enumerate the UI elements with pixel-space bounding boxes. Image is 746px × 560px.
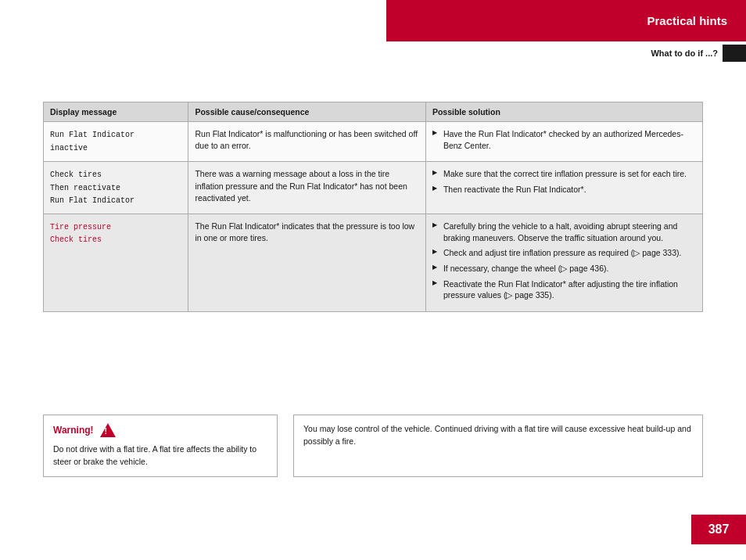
list-item: Have the Run Flat Indicator* checked by …	[432, 128, 696, 151]
list-item: Check and adjust tire inflation pressure…	[432, 247, 696, 259]
warning-title-text: Warning!	[53, 425, 94, 436]
col-header-solution: Possible solution	[425, 102, 702, 122]
list-item: Make sure that the correct tire inflatio…	[432, 168, 696, 180]
section-title: Practical hints	[386, 0, 746, 41]
col-header-display: Display message	[44, 102, 188, 122]
warning-title: Warning!	[53, 423, 267, 437]
info-table: Display message Possible cause/consequen…	[43, 102, 703, 312]
table-row-display: Tire pressure Check tires	[44, 214, 188, 311]
table-row-cause: The Run Flat Indicator* indicates that t…	[188, 214, 425, 311]
list-item: Then reactivate the Run Flat Indicator*.	[432, 184, 696, 196]
list-item: Reactivate the Run Flat Indicator* after…	[432, 278, 696, 301]
list-item: If necessary, change the wheel (▷ page 4…	[432, 263, 696, 275]
warning-triangle-icon	[100, 423, 116, 437]
warning-box-left: Warning! Do not drive with a flat tire. …	[43, 415, 278, 477]
main-content: Display message Possible cause/consequen…	[43, 102, 703, 312]
what-to-do-label: What to do if ...?	[651, 48, 718, 58]
table-row-display: Check tires Then reactivate Run Flat Ind…	[44, 162, 188, 214]
page-number: 387	[691, 515, 746, 544]
warning-section: Warning! Do not drive with a flat tire. …	[43, 415, 703, 477]
table-row-solution: Carefully bring the vehicle to a halt, a…	[425, 214, 702, 311]
warning-right-text: You may lose control of the vehicle. Con…	[293, 415, 703, 477]
practical-hints-label: Practical hints	[647, 14, 727, 27]
warning-body-text: Do not drive with a flat tire. A flat ti…	[53, 443, 267, 468]
black-accent-box	[723, 45, 746, 62]
table-row-solution: Have the Run Flat Indicator* checked by …	[425, 122, 702, 162]
table-row-display: Run Flat Indicator inactive	[44, 122, 188, 162]
table-row-cause: There was a warning message about a loss…	[188, 162, 425, 214]
col-header-cause: Possible cause/consequence	[188, 102, 425, 122]
page-number-text: 387	[708, 522, 730, 536]
list-item: Carefully bring the vehicle to a halt, a…	[432, 221, 696, 243]
table-row-solution: Make sure that the correct tire inflatio…	[425, 162, 702, 214]
table-row-cause: Run Flat Indicator* is malfunctioning or…	[188, 122, 425, 162]
subtitle-bar: What to do if ...?	[386, 41, 746, 65]
header: Practical hints What to do if ...?	[386, 0, 746, 65]
